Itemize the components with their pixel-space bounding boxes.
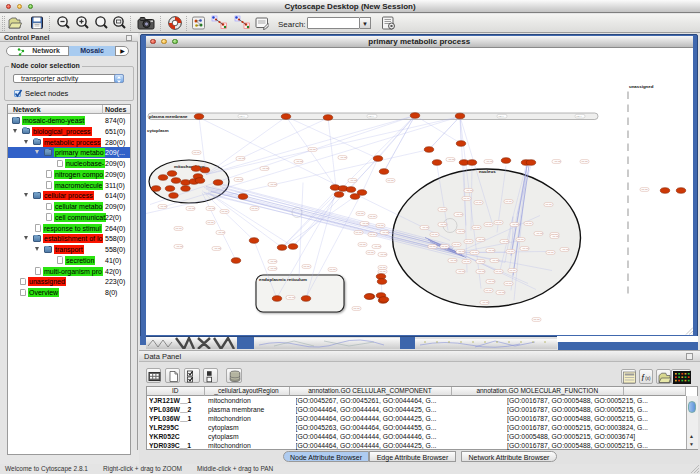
svg-text:Yar-12: Yar-12 [362, 222, 369, 224]
svg-text:Yar-12: Yar-12 [463, 260, 470, 262]
svg-text:Yar-12: Yar-12 [188, 207, 195, 209]
svg-text:Yar-12: Yar-12 [353, 307, 360, 309]
svg-text:Yar-12: Yar-12 [466, 189, 473, 191]
svg-text:Yar-12: Yar-12 [251, 207, 258, 209]
svg-text:Yar-12: Yar-12 [465, 240, 472, 242]
svg-text:Yar-12: Yar-12 [367, 251, 374, 253]
svg-text:Yar-12: Yar-12 [562, 248, 569, 250]
svg-text:cytoplasm: cytoplasm [147, 127, 169, 132]
svg-text:Yar-12: Yar-12 [340, 156, 347, 158]
svg-text:Yar-12: Yar-12 [533, 318, 540, 320]
svg-text:Yhr-4: Yhr-4 [239, 115, 245, 117]
svg-text:Yar-12: Yar-12 [522, 247, 529, 249]
svg-text:(x): (x) [645, 376, 651, 381]
svg-text:Yar-12: Yar-12 [453, 243, 460, 245]
svg-text:Yar-12: Yar-12 [463, 197, 470, 199]
svg-text:Yar-12: Yar-12 [482, 301, 489, 303]
svg-text:Yhr-4: Yhr-4 [368, 115, 374, 117]
svg-text:Yar-12: Yar-12 [207, 221, 214, 223]
svg-text:Yar-12: Yar-12 [175, 227, 182, 229]
svg-text:Yar-12: Yar-12 [505, 200, 512, 202]
svg-text:Yar-12: Yar-12 [387, 179, 394, 181]
svg-text:Yar-12: Yar-12 [208, 207, 215, 209]
svg-text:Yar-12: Yar-12 [471, 251, 478, 253]
svg-text:Yar-12: Yar-12 [507, 250, 514, 252]
svg-text:Yhr-4: Yhr-4 [576, 115, 582, 117]
svg-text:Yar-12: Yar-12 [288, 296, 295, 298]
svg-text:Yar-12: Yar-12 [488, 280, 495, 282]
svg-text:Yar-12: Yar-12 [431, 233, 438, 235]
svg-text:Yar-12: Yar-12 [357, 212, 364, 214]
svg-text:Yar-12: Yar-12 [374, 245, 381, 247]
svg-text:Yar-12: Yar-12 [478, 238, 485, 240]
svg-text:Yar-12: Yar-12 [238, 157, 245, 159]
svg-text:Yar-12: Yar-12 [380, 253, 387, 255]
svg-text:Yar-12: Yar-12 [262, 167, 269, 169]
svg-text:Yar-12: Yar-12 [495, 221, 502, 223]
svg-text:unassigned: unassigned [629, 83, 654, 88]
svg-text:Yar-12: Yar-12 [581, 160, 588, 162]
svg-text:Yar-12: Yar-12 [441, 245, 448, 247]
svg-text:Yar-12: Yar-12 [486, 160, 493, 162]
svg-text:Yar-12: Yar-12 [350, 179, 357, 181]
svg-text:Yar-12: Yar-12 [458, 250, 465, 252]
svg-text:Yar-12: Yar-12 [495, 270, 502, 272]
svg-text:Yar-12: Yar-12 [536, 232, 543, 234]
svg-text:Yar-12: Yar-12 [309, 148, 316, 150]
svg-text:Yar-12: Yar-12 [448, 158, 455, 160]
svg-text:Yar-12: Yar-12 [214, 247, 221, 249]
svg-text:Yar-12: Yar-12 [517, 238, 524, 240]
svg-text:endoplasmic reticulum: endoplasmic reticulum [259, 276, 307, 281]
svg-text:Yar-12: Yar-12 [270, 267, 277, 269]
svg-text:Yar-12: Yar-12 [329, 268, 336, 270]
svg-text:Yar-12: Yar-12 [221, 210, 228, 212]
svg-text:Yar-12: Yar-12 [456, 213, 463, 215]
svg-text:Yar-12: Yar-12 [641, 188, 648, 190]
svg-text:Yar-12: Yar-12 [296, 160, 303, 162]
svg-text:plasma membrane: plasma membrane [149, 114, 188, 119]
svg-text:Yhr-4: Yhr-4 [498, 115, 504, 117]
svg-text:Yar-12: Yar-12 [473, 226, 480, 228]
svg-text:Yar-12: Yar-12 [547, 251, 554, 253]
svg-text:Yar-12: Yar-12 [355, 231, 362, 233]
svg-text:Yar-12: Yar-12 [422, 226, 429, 228]
svg-text:Yar-12: Yar-12 [509, 269, 516, 271]
svg-text:Yar-12: Yar-12 [475, 201, 482, 203]
svg-text:Yar-12: Yar-12 [502, 240, 509, 242]
svg-text:Yar-12: Yar-12 [382, 231, 389, 233]
svg-text:Yar-12: Yar-12 [270, 183, 277, 185]
svg-text:Yar-12: Yar-12 [379, 270, 386, 272]
svg-text:Yar-12: Yar-12 [525, 222, 532, 224]
svg-text:Yar-12: Yar-12 [176, 245, 183, 247]
svg-text:Yar-12: Yar-12 [552, 235, 559, 237]
svg-text:Yar-12: Yar-12 [440, 208, 447, 210]
svg-text:Yar-12: Yar-12 [545, 203, 552, 205]
svg-text:Yar-12: Yar-12 [505, 282, 512, 284]
svg-text:Yar-12: Yar-12 [478, 270, 485, 272]
svg-text:Yar-12: Yar-12 [160, 205, 167, 207]
svg-text:Yar-12: Yar-12 [193, 151, 200, 153]
svg-text:Yar-12: Yar-12 [492, 259, 499, 261]
svg-text:Yar-12: Yar-12 [458, 230, 465, 232]
svg-text:Yar-12: Yar-12 [359, 243, 366, 245]
svg-text:Yar-12: Yar-12 [554, 160, 561, 162]
svg-text:Yar-12: Yar-12 [485, 223, 492, 225]
svg-text:Yar-12: Yar-12 [478, 260, 485, 262]
svg-text:Yar-12: Yar-12 [458, 270, 465, 272]
svg-text:Yar-12: Yar-12 [485, 289, 492, 291]
svg-text:Yar-12: Yar-12 [379, 266, 386, 268]
svg-text:Yar-12: Yar-12 [369, 233, 376, 235]
svg-text:Yar-12: Yar-12 [303, 265, 310, 267]
svg-text:Yar-12: Yar-12 [498, 291, 505, 293]
svg-text:nucleus: nucleus [479, 168, 496, 173]
svg-text:Yar-12: Yar-12 [450, 259, 457, 261]
svg-text:Yar-12: Yar-12 [488, 249, 495, 251]
svg-text:Yar-12: Yar-12 [270, 260, 277, 262]
svg-text:Yar-12: Yar-12 [429, 245, 436, 247]
svg-text:Yar-12: Yar-12 [218, 231, 225, 233]
svg-text:Yar-12: Yar-12 [236, 178, 243, 180]
svg-text:Yar-12: Yar-12 [369, 215, 376, 217]
svg-text:Yar-12: Yar-12 [377, 224, 384, 226]
svg-text:Yar-12: Yar-12 [440, 223, 447, 225]
svg-text:Yar-12: Yar-12 [512, 223, 519, 225]
